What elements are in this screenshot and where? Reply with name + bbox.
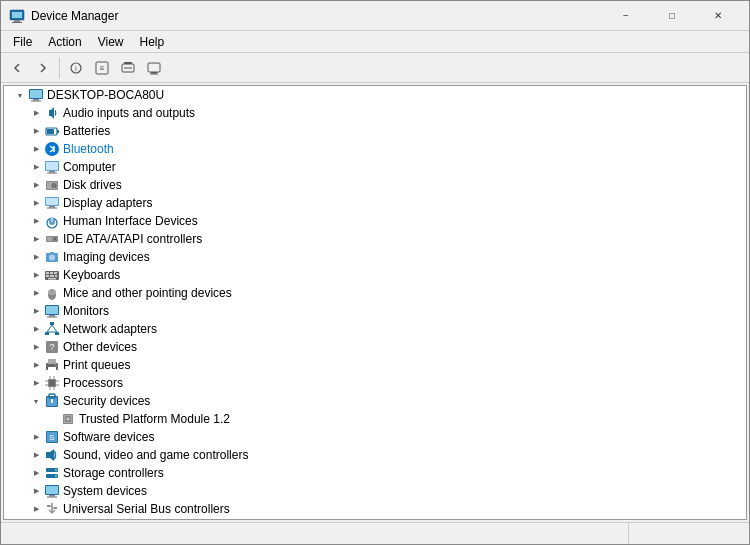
tree-root[interactable]: DESKTOP-BOCA80U (4, 86, 746, 104)
system-expander[interactable] (28, 483, 44, 499)
tree-item-usb[interactable]: Universal Serial Bus controllers (4, 500, 746, 518)
network-expander[interactable] (28, 321, 44, 337)
mice-expander[interactable] (28, 285, 44, 301)
tree-item-display[interactable]: Display adapters (4, 194, 746, 212)
tree-item-hid[interactable]: Human Interface Devices (4, 212, 746, 230)
properties-button[interactable]: i (64, 56, 88, 80)
status-panel-main (1, 523, 629, 544)
audio-expander[interactable] (28, 105, 44, 121)
tree-item-batteries[interactable]: Batteries (4, 122, 746, 140)
tree-item-computer[interactable]: Computer (4, 158, 746, 176)
usb-expander[interactable] (28, 501, 44, 517)
content-area: DESKTOP-BOCA80U Audio inputs and outputs (1, 83, 749, 522)
maximize-button[interactable]: □ (649, 1, 695, 31)
tree-item-monitors[interactable]: Monitors (4, 302, 746, 320)
tree-item-processors[interactable]: Processors (4, 374, 746, 392)
svg-rect-58 (50, 322, 54, 325)
svg-rect-2 (14, 20, 20, 22)
security-expander[interactable] (28, 393, 44, 409)
batteries-expander[interactable] (28, 123, 44, 139)
storage-expander[interactable] (28, 465, 44, 481)
other-expander[interactable] (28, 339, 44, 355)
toolbar-separator-1 (59, 58, 60, 78)
software-label: Software devices (63, 430, 154, 444)
disk-expander[interactable] (28, 177, 44, 193)
menu-help[interactable]: Help (132, 31, 173, 53)
usb-icon (44, 501, 60, 517)
svg-rect-46 (54, 272, 57, 274)
svg-point-87 (67, 418, 70, 421)
computer-expander[interactable] (28, 159, 44, 175)
display-button[interactable] (142, 56, 166, 80)
bluetooth-label: Bluetooth (63, 142, 114, 156)
tree-item-bluetooth[interactable]: Bluetooth (4, 140, 746, 158)
svg-rect-25 (47, 173, 57, 174)
disk-label: Disk drives (63, 178, 122, 192)
svg-rect-42 (50, 252, 54, 254)
menu-file[interactable]: File (5, 31, 40, 53)
svg-rect-97 (49, 495, 55, 497)
tree-item-print[interactable]: Print queues (4, 356, 746, 374)
tree-item-other[interactable]: ? Other devices (4, 338, 746, 356)
svg-rect-39 (54, 238, 56, 240)
tree-item-software[interactable]: S Software devices (4, 428, 746, 446)
software-expander[interactable] (28, 429, 44, 445)
monitors-icon (44, 303, 60, 319)
imaging-icon (44, 249, 60, 265)
tree-item-sound[interactable]: Sound, video and game controllers (4, 446, 746, 464)
tree-item-ide[interactable]: IDE ATA/ATAPI controllers (4, 230, 746, 248)
tree-item-imaging[interactable]: Imaging devices (4, 248, 746, 266)
svg-rect-44 (46, 272, 49, 274)
processors-expander[interactable] (28, 375, 44, 391)
menu-bar: File Action View Help (1, 31, 749, 53)
keyboard-expander[interactable] (28, 267, 44, 283)
tree-item-storage[interactable]: Storage controllers (4, 464, 746, 482)
tree-item-network[interactable]: Network adapters (4, 320, 746, 338)
svg-rect-11 (148, 63, 160, 72)
bluetooth-expander[interactable] (28, 141, 44, 157)
display-icon (44, 195, 60, 211)
tpm-label: Trusted Platform Module 1.2 (79, 412, 230, 426)
update-driver-button[interactable]: ≡ (90, 56, 114, 80)
tree-item-mice[interactable]: Mice and other pointing devices (4, 284, 746, 302)
monitors-expander[interactable] (28, 303, 44, 319)
svg-rect-50 (48, 278, 56, 280)
minimize-button[interactable]: − (603, 1, 649, 31)
menu-view[interactable]: View (90, 31, 132, 53)
device-tree[interactable]: DESKTOP-BOCA80U Audio inputs and outputs (3, 85, 747, 520)
sound-icon (44, 447, 60, 463)
computer-item-icon (44, 159, 60, 175)
tree-item-security[interactable]: Security devices (4, 392, 746, 410)
app-icon (9, 8, 25, 24)
svg-rect-1 (12, 12, 22, 18)
usb-label: Universal Serial Bus controllers (63, 502, 230, 516)
hid-expander[interactable] (28, 213, 44, 229)
svg-rect-38 (47, 237, 52, 241)
sound-expander[interactable] (28, 447, 44, 463)
menu-action[interactable]: Action (40, 31, 89, 53)
tree-item-keyboard[interactable]: Keyboards (4, 266, 746, 284)
audio-label: Audio inputs and outputs (63, 106, 195, 120)
svg-rect-17 (31, 101, 41, 102)
svg-rect-13 (150, 73, 158, 74)
storage-label: Storage controllers (63, 466, 164, 480)
svg-rect-56 (49, 315, 55, 317)
tree-item-system[interactable]: System devices (4, 482, 746, 500)
other-label: Other devices (63, 340, 137, 354)
tree-item-audio[interactable]: Audio inputs and outputs (4, 104, 746, 122)
tree-item-disk[interactable]: Disk drives (4, 176, 746, 194)
scan-button[interactable] (116, 56, 140, 80)
back-button[interactable] (5, 56, 29, 80)
system-icon (44, 483, 60, 499)
close-button[interactable]: ✕ (695, 1, 741, 31)
tree-item-tpm[interactable]: Trusted Platform Module 1.2 (4, 410, 746, 428)
processors-label: Processors (63, 376, 123, 390)
print-expander[interactable] (28, 357, 44, 373)
ide-expander[interactable] (28, 231, 44, 247)
forward-button[interactable] (31, 56, 55, 80)
monitors-label: Monitors (63, 304, 109, 318)
display-expander[interactable] (28, 195, 44, 211)
root-expander[interactable] (12, 87, 28, 103)
mice-label: Mice and other pointing devices (63, 286, 232, 300)
imaging-expander[interactable] (28, 249, 44, 265)
